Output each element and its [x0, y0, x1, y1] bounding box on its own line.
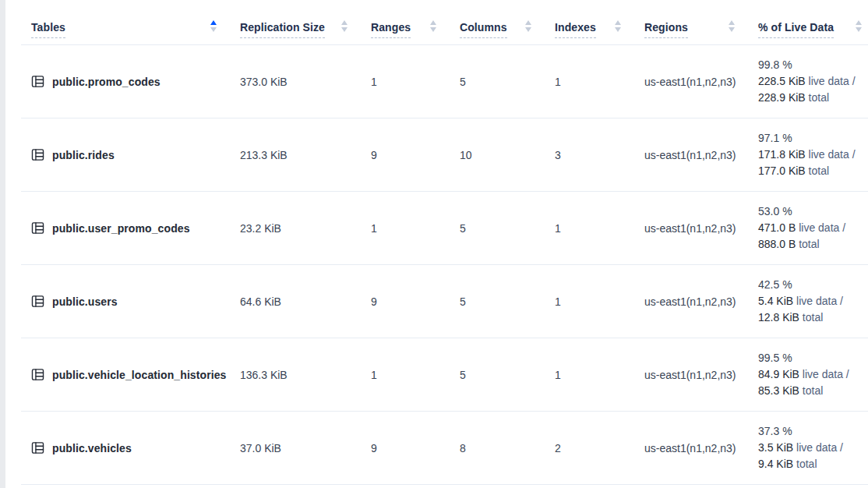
table-name-link[interactable]: public.users [52, 295, 118, 308]
indexes-value: 1 [555, 222, 644, 235]
table-name-link[interactable]: public.vehicle_location_histories [52, 369, 226, 381]
indexes-value: 3 [555, 149, 644, 161]
table-row: public.users 64.6 KiB 9 5 1 us-east1(n1,… [21, 265, 868, 338]
ranges-value: 9 [371, 442, 460, 454]
table-name-cell: public.user_promo_codes [21, 221, 240, 235]
indexes-value: 2 [555, 442, 644, 454]
sort-arrows-icon[interactable] [729, 20, 735, 32]
columns-value: 10 [460, 149, 555, 161]
table-row: public.promo_codes 373.0 KiB 1 5 1 us-ea… [21, 45, 868, 118]
live-data-cell: 99.8 % 228.5 KiB live data / 228.9 KiB t… [758, 57, 868, 106]
sort-arrows-icon[interactable] [430, 20, 436, 32]
total-data-line: 177.0 KiB total [758, 163, 868, 179]
total-data-line: 12.8 KiB total [758, 309, 868, 326]
sort-arrows-icon[interactable] [210, 20, 217, 32]
column-header-indexes[interactable]: Indexes [555, 8, 644, 44]
table-grid-icon [31, 295, 44, 308]
table-row: public.vehicles 37.0 KiB 9 8 2 us-east1(… [21, 412, 868, 485]
replication-size-value: 64.6 KiB [240, 295, 371, 308]
regions-value: us-east1(n1,n2,n3) [644, 222, 758, 235]
replication-size-value: 213.3 KiB [240, 149, 371, 161]
live-data-percent: 42.5 % [758, 277, 868, 293]
live-data-percent: 53.0 % [758, 203, 868, 220]
total-data-line: 85.3 KiB total [758, 383, 868, 399]
table-grid-icon [31, 441, 44, 454]
replication-size-value: 136.3 KiB [240, 369, 371, 381]
column-header-label: % of Live Data [758, 21, 834, 38]
sort-arrows-icon[interactable] [525, 20, 531, 32]
live-data-line: 471.0 B live data / [758, 220, 868, 236]
column-header-label: Indexes [555, 21, 596, 38]
live-data-percent: 37.3 % [758, 423, 868, 440]
column-header-ranges[interactable]: Ranges [371, 8, 460, 44]
sort-arrows-icon[interactable] [615, 20, 621, 32]
table-name-link[interactable]: public.vehicles [52, 442, 132, 454]
live-data-line: 5.4 KiB live data / [758, 293, 868, 309]
regions-value: us-east1(n1,n2,n3) [644, 442, 758, 454]
table-name-cell: public.vehicle_location_histories [21, 368, 240, 381]
column-header-live-data[interactable]: % of Live Data [758, 8, 868, 44]
table-name-cell: public.vehicles [21, 441, 240, 454]
regions-value: us-east1(n1,n2,n3) [644, 295, 758, 308]
indexes-value: 1 [555, 76, 644, 88]
table-row: public.rides 213.3 KiB 9 10 3 us-east1(n… [21, 118, 868, 192]
table-name-cell: public.users [21, 295, 240, 308]
column-header-regions[interactable]: Regions [644, 8, 758, 44]
indexes-value: 1 [555, 295, 644, 308]
table-name-cell: public.rides [21, 148, 240, 161]
column-header-label: Replication Size [240, 21, 325, 38]
column-header-tables[interactable]: Tables [21, 8, 240, 44]
ranges-value: 1 [371, 222, 460, 235]
columns-value: 5 [460, 222, 555, 235]
live-data-percent: 99.8 % [758, 57, 868, 73]
table-name-cell: public.promo_codes [21, 75, 240, 88]
table-header-row: Tables Replication Size Ranges Columns I… [21, 8, 868, 45]
table-name-link[interactable]: public.user_promo_codes [52, 222, 190, 235]
total-data-line: 228.9 KiB total [758, 90, 868, 106]
page-left-edge [0, 0, 5, 488]
columns-value: 5 [460, 76, 555, 88]
columns-value: 8 [460, 442, 555, 454]
regions-value: us-east1(n1,n2,n3) [644, 76, 758, 88]
ranges-value: 1 [371, 369, 460, 381]
sort-arrows-icon[interactable] [341, 20, 348, 32]
ranges-value: 9 [371, 295, 460, 308]
tables-list: Tables Replication Size Ranges Columns I… [21, 8, 868, 485]
table-grid-icon [31, 221, 44, 235]
replication-size-value: 37.0 KiB [240, 442, 371, 454]
live-data-percent: 99.5 % [758, 350, 868, 366]
table-row: public.user_promo_codes 23.2 KiB 1 5 1 u… [21, 192, 868, 265]
live-data-cell: 42.5 % 5.4 KiB live data / 12.8 KiB tota… [758, 277, 868, 326]
ranges-value: 1 [371, 76, 460, 88]
regions-value: us-east1(n1,n2,n3) [644, 149, 758, 161]
table-grid-icon [31, 75, 44, 88]
table-grid-icon [31, 368, 44, 381]
table-grid-icon [31, 148, 44, 161]
table-body: public.promo_codes 373.0 KiB 1 5 1 us-ea… [21, 45, 868, 485]
live-data-cell: 37.3 % 3.5 KiB live data / 9.4 KiB total [758, 423, 868, 472]
columns-value: 5 [460, 369, 555, 381]
table-row: public.vehicle_location_histories 136.3 … [21, 338, 868, 412]
column-header-label: Tables [31, 21, 65, 38]
live-data-line: 84.9 KiB live data / [758, 366, 868, 383]
table-name-link[interactable]: public.promo_codes [52, 76, 161, 88]
ranges-value: 9 [371, 149, 460, 161]
live-data-cell: 99.5 % 84.9 KiB live data / 85.3 KiB tot… [758, 350, 868, 399]
live-data-cell: 97.1 % 171.8 KiB live data / 177.0 KiB t… [758, 130, 868, 179]
column-header-replication-size[interactable]: Replication Size [240, 8, 371, 44]
live-data-line: 3.5 KiB live data / [758, 440, 868, 456]
column-header-columns[interactable]: Columns [460, 8, 555, 44]
indexes-value: 1 [555, 369, 644, 381]
regions-value: us-east1(n1,n2,n3) [644, 369, 758, 381]
total-data-line: 9.4 KiB total [758, 456, 868, 472]
sort-arrows-icon[interactable] [856, 20, 862, 32]
column-header-label: Ranges [371, 21, 411, 38]
live-data-line: 171.8 KiB live data / [758, 147, 868, 163]
live-data-cell: 53.0 % 471.0 B live data / 888.0 B total [758, 203, 868, 253]
live-data-percent: 97.1 % [758, 130, 868, 147]
replication-size-value: 23.2 KiB [240, 222, 371, 235]
live-data-line: 228.5 KiB live data / [758, 73, 868, 90]
table-name-link[interactable]: public.rides [52, 149, 115, 161]
total-data-line: 888.0 B total [758, 236, 868, 253]
column-header-label: Columns [460, 21, 507, 38]
